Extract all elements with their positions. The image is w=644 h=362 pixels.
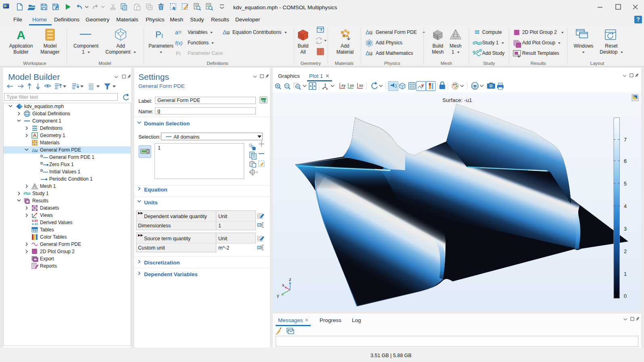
svg-text:6: 6: [624, 158, 627, 164]
svg-text:Materials: Materials: [40, 140, 60, 146]
svg-text:kdv_equation.mph: kdv_equation.mph: [24, 104, 64, 109]
svg-text:xz: xz: [359, 83, 363, 87]
svg-text:General Form PDE: General Form PDE: [40, 241, 81, 247]
svg-text:7: 7: [624, 137, 627, 143]
svg-text:Δu: Δu: [366, 50, 372, 56]
svg-text:3: 3: [624, 226, 627, 232]
svg-text:1: 1: [624, 271, 627, 277]
svg-text:Views: Views: [40, 212, 53, 218]
svg-text:Periodic Condition 1: Periodic Condition 1: [49, 176, 93, 182]
svg-text:Component 1: Component 1: [32, 118, 61, 124]
svg-text:e-12: e-12: [32, 222, 38, 226]
svg-text:Δu: Δu: [223, 29, 230, 35]
svg-text:y: y: [277, 293, 279, 298]
svg-text:x: x: [282, 283, 284, 287]
svg-text:Zero Flux 1: Zero Flux 1: [49, 162, 74, 167]
svg-text:Initial Values 1: Initial Values 1: [49, 169, 80, 175]
svg-text:Surface: -u1: Surface: -u1: [442, 97, 472, 103]
svg-text:Mesh 1: Mesh 1: [40, 183, 56, 189]
svg-text:General Form PDE: General Form PDE: [40, 147, 81, 153]
svg-text:D: D: [40, 154, 43, 158]
svg-text:Study 1: Study 1: [32, 191, 49, 196]
svg-text:PI: PI: [155, 29, 163, 40]
svg-text:Derived Values: Derived Values: [40, 220, 72, 225]
svg-text:yz: yz: [350, 83, 354, 87]
svg-text:Export: Export: [40, 256, 54, 262]
svg-text:Definitions: Definitions: [40, 125, 63, 131]
svg-text:Global Definitions: Global Definitions: [32, 111, 70, 117]
svg-text:D: D: [40, 161, 43, 165]
svg-text:2D Plot Group 2: 2D Plot Group 2: [40, 249, 75, 254]
svg-text:Datasets: Datasets: [40, 205, 59, 211]
svg-text:D: D: [40, 169, 43, 173]
svg-text:General Form PDE 1: General Form PDE 1: [49, 154, 94, 160]
svg-text:Reports: Reports: [40, 263, 57, 269]
svg-text:kdv_equation.mph - COMSOL Mult: kdv_equation.mph - COMSOL Multiphysics: [233, 4, 337, 10]
svg-text:z: z: [289, 277, 291, 282]
svg-text:Tables: Tables: [40, 227, 54, 233]
svg-text:Δu: Δu: [366, 29, 372, 35]
svg-text:xy: xy: [341, 83, 346, 87]
svg-text:Geometry 1: Geometry 1: [40, 133, 65, 138]
svg-text:4: 4: [624, 203, 627, 209]
svg-text:Δu: Δu: [32, 148, 38, 153]
svg-text:0: 0: [624, 293, 627, 299]
svg-text:a=: a=: [175, 29, 182, 35]
svg-text:2: 2: [624, 248, 627, 254]
svg-text:A: A: [17, 28, 25, 42]
svg-text:Color Tables: Color Tables: [40, 234, 67, 240]
svg-text:5: 5: [624, 181, 627, 187]
svg-text:Results: Results: [32, 198, 48, 204]
